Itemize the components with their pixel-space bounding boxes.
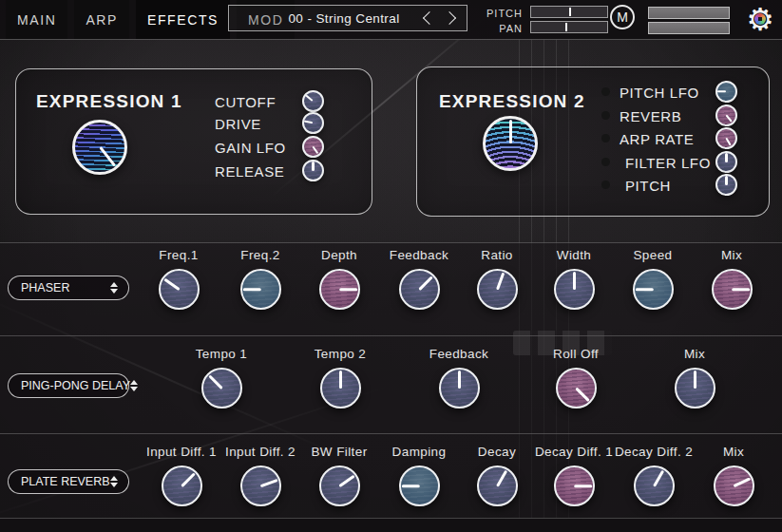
knob-filter-lfo[interactable]: [715, 151, 737, 173]
knob-pointer: [338, 475, 354, 487]
knob-pointer: [732, 288, 750, 291]
knob-speed[interactable]: [633, 269, 674, 310]
tab-effects[interactable]: EFFECTS: [136, 0, 230, 39]
knob-bw-filter[interactable]: [319, 466, 360, 506]
gear-rainbow-core: [754, 13, 766, 25]
knob-pointer: [458, 370, 461, 389]
knob-pointer: [99, 146, 116, 167]
knob-cell: Freq.2: [218, 248, 303, 310]
tab-arp[interactable]: ARP: [74, 0, 129, 39]
preset-selector[interactable]: 00 - String Central: [228, 5, 467, 31]
preset-arrows: [425, 13, 467, 23]
knob-pointer: [726, 138, 732, 146]
knob-label: BW Filter: [296, 445, 382, 459]
knob-pitch[interactable]: [715, 174, 737, 196]
knob-cutoff[interactable]: [302, 90, 324, 112]
knob-pointer: [418, 276, 432, 290]
knob-drive[interactable]: [302, 112, 324, 134]
knob-label: Decay Diff. 1: [531, 445, 617, 459]
knob-cell: Mix: [691, 445, 776, 506]
preset-name: 00 - String Central: [229, 11, 425, 26]
knob-freq2[interactable]: [240, 269, 281, 310]
knob-arp-rate[interactable]: [715, 127, 737, 149]
knob-pointer: [208, 374, 222, 389]
knob-cell: Tempo 2: [297, 347, 383, 408]
knob-pointer: [242, 288, 260, 291]
effect-slot-3-select[interactable]: PLATE REVERB: [8, 469, 129, 494]
knob-width[interactable]: [554, 269, 595, 310]
knob-reverb[interactable]: [715, 104, 737, 126]
knob-delay-mix[interactable]: [675, 368, 715, 408]
knob-decay[interactable]: [477, 466, 518, 506]
expression-2-wheel[interactable]: [483, 116, 538, 171]
knob-cell: Feedback: [376, 248, 462, 310]
knob-pointer: [401, 484, 419, 487]
knob-pitch-lfo[interactable]: [715, 81, 737, 103]
knob-phaser-mix[interactable]: [712, 269, 753, 310]
knob-ratio[interactable]: [477, 269, 518, 310]
knob-pointer: [726, 115, 734, 123]
expression-1-wheel[interactable]: [72, 120, 127, 175]
effect-slot-1-select[interactable]: PHASER: [8, 276, 129, 300]
knob-pointer: [339, 370, 342, 389]
bottom-strip: [0, 518, 782, 532]
knob-pointer: [694, 370, 696, 389]
expression-2-param-label: FILTER LFO: [625, 155, 711, 171]
knob-roll-off[interactable]: [556, 368, 597, 408]
knob-reverb-mix[interactable]: [714, 466, 754, 506]
pitch-slider-handle[interactable]: [569, 8, 571, 16]
pan-slider[interactable]: [530, 21, 608, 33]
knob-pointer: [306, 95, 314, 103]
knob-tempo-1[interactable]: [201, 368, 242, 408]
knob-delay-feedback[interactable]: [439, 368, 480, 408]
knob-pointer: [496, 470, 507, 487]
knob-phaser-feedback[interactable]: [399, 269, 440, 310]
effect-slot-1-label: PHASER: [9, 281, 110, 294]
knob-pointer: [313, 146, 319, 155]
settings-gear-icon[interactable]: ⚙: [743, 2, 777, 36]
knob-label: Input Diff. 1: [139, 445, 224, 459]
knob-label: Speed: [610, 248, 696, 262]
pan-slider-handle[interactable]: [565, 23, 567, 31]
knob-tempo-2[interactable]: [320, 368, 361, 408]
knob-pointer: [725, 176, 727, 184]
knob-cell: Mix: [652, 347, 737, 408]
knob-label: Roll Off: [533, 347, 619, 361]
pitch-label: PITCH: [481, 8, 523, 19]
knob-pointer: [733, 477, 750, 487]
knob-input-diff-1[interactable]: [162, 466, 202, 506]
knob-cell: Roll Off: [533, 347, 619, 408]
knob-gain-lfo[interactable]: [302, 136, 324, 158]
knob-label: Feedback: [416, 347, 502, 361]
preset-prev-icon[interactable]: [423, 11, 436, 25]
knob-pointer: [653, 470, 664, 487]
preset-next-icon[interactable]: [443, 11, 456, 25]
knob-label: Tempo 1: [179, 347, 264, 361]
knob-cell: Input Diff. 2: [218, 445, 303, 506]
knob-cell: Decay: [454, 445, 540, 506]
knob-decay-diff-2[interactable]: [634, 466, 675, 506]
knob-depth[interactable]: [319, 269, 360, 310]
pitch-slider[interactable]: [530, 6, 608, 18]
knob-label: Mix: [691, 445, 776, 459]
pan-label: PAN: [481, 23, 523, 34]
bullet-dot: [601, 87, 610, 96]
knob-cell: Speed: [610, 248, 696, 310]
knob-release[interactable]: [302, 160, 324, 181]
mute-button[interactable]: M: [610, 5, 635, 29]
knob-pointer: [339, 288, 357, 291]
expression-2-param-label: REVERB: [620, 108, 681, 124]
knob-damping[interactable]: [399, 466, 440, 506]
effect-slot-2-select[interactable]: PING-PONG DELAY: [8, 373, 129, 398]
tab-main[interactable]: MAIN: [6, 0, 67, 39]
expression-1-param-label: DRIVE: [215, 116, 261, 132]
level-meter-bottom: [648, 22, 730, 34]
knob-freq1[interactable]: [159, 269, 200, 310]
knob-label: Feedback: [376, 248, 462, 262]
knob-input-diff-2[interactable]: [240, 466, 281, 506]
knob-pointer: [635, 288, 653, 291]
expression-1-param-label: GAIN LFO: [215, 140, 286, 156]
knob-decay-diff-1[interactable]: [554, 466, 595, 506]
level-meter-top: [648, 7, 730, 19]
knob-pointer: [181, 472, 195, 486]
